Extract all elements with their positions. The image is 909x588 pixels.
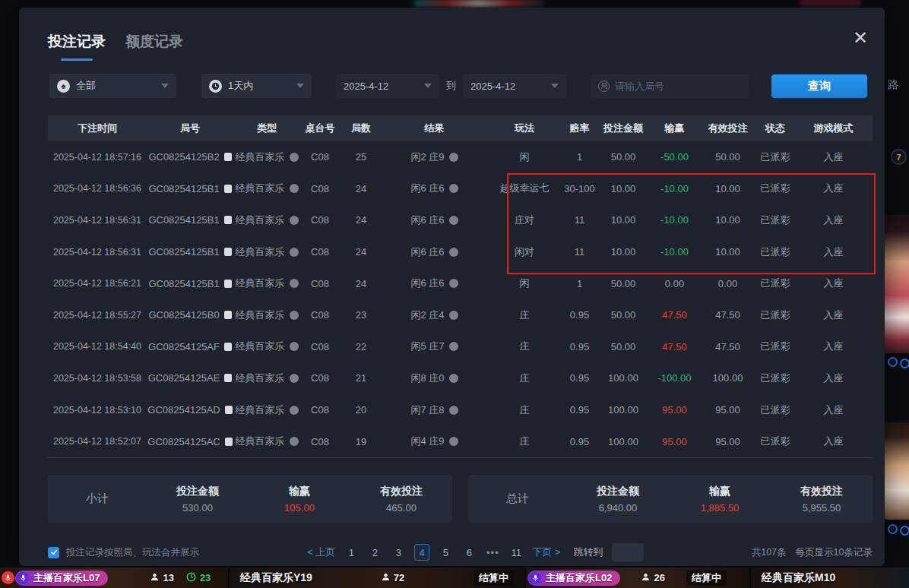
info-icon[interactable] bbox=[449, 216, 458, 225]
page-button-3[interactable]: 3 bbox=[391, 544, 406, 561]
cell-valid: 0.00 bbox=[699, 278, 756, 289]
page-button-4[interactable]: 4 bbox=[414, 544, 429, 561]
info-icon[interactable] bbox=[290, 279, 299, 288]
cell-mode: 入座 bbox=[794, 371, 873, 385]
copy-icon[interactable] bbox=[224, 185, 232, 193]
info-icon[interactable] bbox=[449, 248, 458, 257]
tab-betting-records[interactable]: 投注记录 bbox=[48, 32, 106, 61]
info-icon[interactable] bbox=[449, 153, 458, 162]
cell-odds: 11 bbox=[562, 214, 597, 226]
copy-icon[interactable] bbox=[224, 248, 232, 256]
next-page-button[interactable]: 下页 > bbox=[532, 545, 560, 559]
cell-table_no: C08 bbox=[300, 246, 340, 258]
cell-text: 2025-04-12 18:56:31 bbox=[53, 247, 141, 258]
info-icon[interactable] bbox=[290, 311, 299, 320]
cell-odds: 30-100 bbox=[562, 183, 597, 194]
table-header-row: 下注时间局号类型桌台号局数结果玩法赔率投注金额输赢有效投注状态游戏模式 bbox=[48, 115, 873, 141]
cell-valid: 50.00 bbox=[699, 151, 756, 163]
info-icon[interactable] bbox=[290, 406, 299, 415]
copy-icon[interactable] bbox=[224, 374, 232, 382]
info-icon[interactable] bbox=[290, 153, 299, 162]
video-tile[interactable]: 主播百家乐L071323 bbox=[0, 567, 228, 588]
info-icon[interactable] bbox=[449, 184, 458, 193]
time-range-dropdown[interactable]: 1天内 bbox=[201, 74, 312, 98]
table-name: 经典百家乐Y19 bbox=[240, 571, 312, 585]
video-tile[interactable]: 经典百家乐M10 bbox=[749, 567, 909, 588]
tab-quota-records[interactable]: 额度记录 bbox=[125, 32, 183, 61]
column-header-type: 类型 bbox=[233, 122, 300, 135]
date-to-value: 2025-4-12 bbox=[470, 81, 515, 92]
copy-icon[interactable] bbox=[224, 343, 232, 351]
info-icon[interactable] bbox=[449, 374, 458, 383]
table-row: 2025-04-12 18:55:27GC08254125B0经典百家乐C082… bbox=[48, 299, 873, 331]
close-icon[interactable]: ✕ bbox=[848, 26, 873, 50]
cell-text: -10.00 bbox=[660, 246, 689, 258]
cell-text: 2025-04-12 18:57:16 bbox=[53, 152, 141, 163]
cell-text: 入座 bbox=[824, 403, 844, 417]
clock-icon bbox=[209, 80, 222, 93]
page-button-11[interactable]: 11 bbox=[508, 544, 524, 561]
search-input[interactable] bbox=[615, 81, 729, 92]
date-from-select[interactable]: 2025-4-12 bbox=[336, 74, 439, 98]
cell-status: 已派彩 bbox=[756, 277, 794, 290]
cell-text: 闲2 庄9 bbox=[410, 150, 444, 164]
bet-chip-icon bbox=[900, 359, 909, 368]
copy-icon[interactable] bbox=[224, 216, 232, 224]
cell-text: 0.00 bbox=[718, 278, 737, 289]
cell-type: 经典百家乐 bbox=[233, 245, 300, 259]
cell-game_no: GC08254125AF bbox=[147, 341, 233, 352]
viewer-number: 26 bbox=[654, 572, 664, 583]
cell-odds: 0.95 bbox=[562, 436, 597, 447]
cell-rounds: 19 bbox=[340, 436, 382, 447]
subtotal-label: 小计 bbox=[48, 492, 147, 506]
bet-chip-icon bbox=[888, 357, 898, 367]
cell-text: 庄 bbox=[520, 340, 530, 353]
date-to-select[interactable]: 2025-4-12 bbox=[463, 74, 566, 98]
cell-text: GC08254125AC bbox=[147, 436, 220, 447]
page-button-1[interactable]: 1 bbox=[344, 544, 359, 561]
info-icon[interactable] bbox=[290, 216, 299, 225]
copy-icon[interactable] bbox=[225, 406, 233, 414]
merge-option: 投注记录按照局、玩法合并展示 bbox=[48, 546, 199, 559]
info-icon[interactable] bbox=[290, 342, 299, 351]
info-icon[interactable] bbox=[290, 437, 299, 446]
query-button[interactable]: 查询 bbox=[771, 74, 867, 98]
copy-icon[interactable] bbox=[224, 153, 232, 161]
merge-checkbox[interactable] bbox=[48, 547, 59, 558]
info-icon[interactable] bbox=[449, 342, 458, 351]
jump-page-input[interactable] bbox=[612, 543, 644, 561]
background-artifact bbox=[800, 0, 860, 6]
page-button-5[interactable]: 5 bbox=[438, 544, 453, 561]
cell-type: 经典百家乐 bbox=[233, 182, 300, 195]
cell-text: 22 bbox=[356, 341, 366, 352]
copy-icon[interactable] bbox=[224, 311, 232, 319]
copy-icon[interactable] bbox=[225, 438, 233, 446]
cell-game_no: GC08254125B1 bbox=[147, 214, 233, 226]
cell-table_no: C08 bbox=[300, 436, 340, 447]
cell-text: 入座 bbox=[824, 435, 844, 448]
page-button-2[interactable]: 2 bbox=[367, 544, 382, 561]
game-type-dropdown[interactable]: ♠ 全部 bbox=[49, 74, 176, 98]
info-icon[interactable] bbox=[449, 311, 458, 320]
cell-text: 入座 bbox=[824, 371, 844, 385]
info-icon[interactable] bbox=[449, 279, 458, 288]
spade-icon: ♠ bbox=[57, 80, 70, 93]
cell-text: C08 bbox=[311, 309, 329, 321]
viewer-count: 26 bbox=[641, 572, 664, 583]
cell-play: 庄 bbox=[486, 308, 562, 322]
copy-icon[interactable] bbox=[224, 280, 232, 288]
info-icon[interactable] bbox=[290, 184, 299, 193]
cell-text: 经典百家乐 bbox=[236, 182, 285, 195]
cell-result: 闲6 庄6 bbox=[382, 213, 486, 227]
cell-text: 入座 bbox=[824, 213, 844, 227]
info-icon[interactable] bbox=[290, 374, 299, 383]
prev-page-button[interactable]: < 上页 bbox=[307, 545, 335, 559]
info-icon[interactable] bbox=[449, 437, 458, 446]
video-tile[interactable]: 主播百家乐L0226结算中 bbox=[524, 567, 749, 588]
cell-game_no: GC08254125B0 bbox=[147, 309, 233, 321]
cell-text: 24 bbox=[356, 183, 366, 194]
info-icon[interactable] bbox=[290, 248, 299, 257]
info-icon[interactable] bbox=[449, 406, 458, 415]
page-button-6[interactable]: 6 bbox=[461, 544, 477, 561]
video-tile[interactable]: 经典百家乐Y1972结算中 bbox=[228, 567, 524, 588]
